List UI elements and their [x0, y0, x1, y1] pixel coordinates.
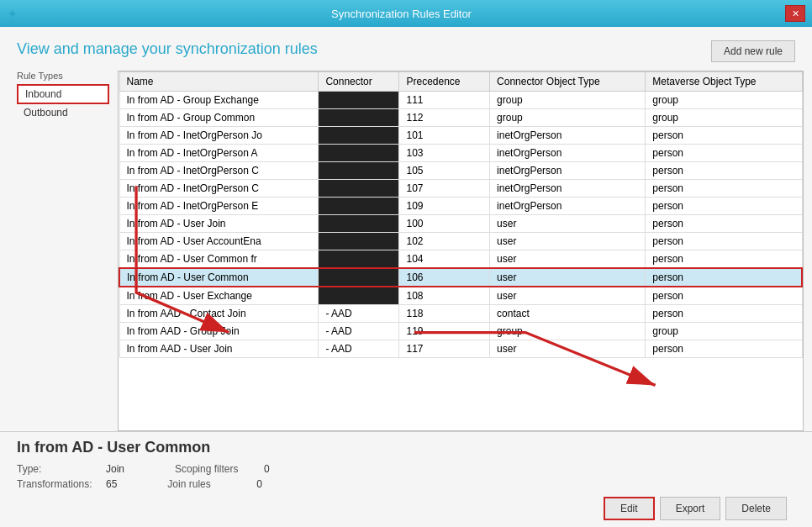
sidebar-item-inbound[interactable]: Inbound — [17, 84, 109, 104]
table-row[interactable]: In from AD - User AccountEna 102userpers… — [119, 233, 802, 250]
cell-connector-object-type: group — [490, 109, 646, 127]
cell-connector-object-type: inetOrgPerson — [490, 145, 646, 162]
table-row[interactable]: In from AD - User Join 100userperson — [119, 215, 802, 233]
export-button[interactable]: Export — [660, 497, 721, 520]
cell-metaverse-object-type: person — [646, 127, 802, 145]
scoping-filters-value: 0 — [264, 463, 270, 475]
window-title: Synchronization Rules Editor — [18, 8, 785, 20]
cell-precedence: 108 — [399, 287, 490, 305]
transformations-label: Transformations: — [17, 478, 92, 490]
join-rules-label: Join rules — [167, 478, 243, 490]
cell-name: In from AD - InetOrgPerson Jo — [119, 127, 319, 145]
cell-metaverse-object-type: person — [646, 145, 802, 162]
cell-connector-object-type: group — [490, 323, 646, 340]
cell-metaverse-object-type: person — [646, 198, 802, 215]
cell-name: In from AD - Group Exchange — [119, 92, 319, 109]
cell-name: In from AD - InetOrgPerson E — [119, 198, 319, 215]
cell-connector: - AAD — [319, 305, 399, 323]
cell-precedence: 101 — [399, 127, 490, 145]
cell-metaverse-object-type: person — [646, 268, 802, 287]
table-row[interactable]: In from AD - Group Common 112groupgroup — [119, 109, 802, 127]
cell-connector-object-type: contact — [490, 305, 646, 323]
cell-connector — [319, 233, 399, 250]
table-row[interactable]: In from AD - InetOrgPerson Jo 101inetOrg… — [119, 127, 802, 145]
cell-connector — [319, 215, 399, 233]
scoping-filters-label: Scoping filters — [175, 463, 250, 475]
app-icon: ✦ — [7, 6, 18, 22]
cell-metaverse-object-type: person — [646, 233, 802, 250]
cell-metaverse-object-type: person — [646, 215, 802, 233]
cell-name: In from AD - User Common — [119, 268, 319, 287]
cell-precedence: 118 — [399, 305, 490, 323]
cell-connector-object-type: user — [490, 250, 646, 269]
cell-name: In from AAD - Group Join — [119, 323, 319, 340]
cell-connector-object-type: user — [490, 215, 646, 233]
col-metaverse-object-type: Metaverse Object Type — [646, 72, 802, 92]
cell-name: In from AD - InetOrgPerson C — [119, 180, 319, 198]
cell-name: In from AD - User AccountEna — [119, 233, 319, 250]
cell-connector-object-type: inetOrgPerson — [490, 198, 646, 215]
cell-metaverse-object-type: person — [646, 340, 802, 358]
cell-connector: - AAD — [319, 340, 399, 358]
add-new-rule-button[interactable]: Add new rule — [711, 40, 795, 62]
transformations-value: 65 — [106, 478, 117, 490]
cell-precedence: 106 — [399, 268, 490, 287]
transformations-info: Transformations: 65 — [17, 478, 117, 490]
cell-precedence: 117 — [399, 340, 490, 358]
delete-button[interactable]: Delete — [725, 497, 787, 520]
cell-name: In from AAD - Contact Join — [119, 305, 319, 323]
cell-metaverse-object-type: person — [646, 180, 802, 198]
cell-connector-object-type: user — [490, 268, 646, 287]
table-row[interactable]: In from AD - InetOrgPerson A 103inetOrgP… — [119, 145, 802, 162]
cell-name: In from AAD - User Join — [119, 340, 319, 358]
table-row[interactable]: In from AD - InetOrgPerson C 107inetOrgP… — [119, 180, 802, 198]
rules-table: Name Connector Precedence Connector Obje… — [119, 71, 803, 358]
col-connector-object-type: Connector Object Type — [490, 72, 646, 92]
cell-connector — [319, 145, 399, 162]
cell-precedence: 112 — [399, 109, 490, 127]
page-title: View and manage your synchronization rul… — [17, 40, 318, 58]
action-buttons: Edit Export Delete — [17, 497, 795, 520]
edit-button[interactable]: Edit — [604, 497, 655, 520]
cell-metaverse-object-type: person — [646, 162, 802, 180]
type-label: Type: — [17, 463, 92, 475]
table-row[interactable]: In from AD - InetOrgPerson E 109inetOrgP… — [119, 198, 802, 215]
selected-rule-name: In from AD - User Common — [17, 439, 795, 456]
cell-connector — [319, 250, 399, 269]
cell-name: In from AD - User Exchange — [119, 287, 319, 305]
cell-connector — [319, 287, 399, 305]
cell-metaverse-object-type: group — [646, 92, 802, 109]
cell-metaverse-object-type: person — [646, 250, 802, 269]
relative-container: Name Connector Precedence Connector Obje… — [118, 71, 804, 431]
cell-connector — [319, 109, 399, 127]
table-row[interactable]: In from AD - User Common 106userperson — [119, 268, 802, 287]
cell-precedence: 100 — [399, 215, 490, 233]
table-row[interactable]: In from AD - InetOrgPerson C 105inetOrgP… — [119, 162, 802, 180]
rules-table-section: Name Connector Precedence Connector Obje… — [118, 71, 804, 431]
col-precedence: Precedence — [399, 72, 490, 92]
cell-name: In from AD - InetOrgPerson C — [119, 162, 319, 180]
cell-metaverse-object-type: person — [646, 287, 802, 305]
table-row[interactable]: In from AAD - User Join- AAD117userperso… — [119, 340, 802, 358]
table-wrapper[interactable]: Name Connector Precedence Connector Obje… — [119, 71, 803, 430]
table-row[interactable]: In from AD - User Common fr 104userperso… — [119, 250, 802, 269]
cell-precedence: 107 — [399, 180, 490, 198]
content-area: Rule Types Inbound Outbound Name — [0, 71, 812, 431]
cell-connector — [319, 127, 399, 145]
close-button[interactable]: ✕ — [785, 5, 805, 22]
cell-connector-object-type: user — [490, 287, 646, 305]
cell-connector — [319, 92, 399, 109]
scoping-filters-info: Scoping filters 0 — [175, 463, 270, 475]
cell-connector — [319, 162, 399, 180]
cell-precedence: 111 — [399, 92, 490, 109]
table-row[interactable]: In from AAD - Group Join- AAD119groupgro… — [119, 323, 802, 340]
cell-metaverse-object-type: group — [646, 109, 802, 127]
cell-connector-object-type: inetOrgPerson — [490, 180, 646, 198]
cell-precedence: 104 — [399, 250, 490, 269]
header-section: View and manage your synchronization rul… — [0, 27, 812, 71]
table-row[interactable]: In from AAD - Contact Join- AAD118contac… — [119, 305, 802, 323]
table-row[interactable]: In from AD - User Exchange 108userperson — [119, 287, 802, 305]
table-row[interactable]: In from AD - Group Exchange 111groupgrou… — [119, 92, 802, 109]
sidebar-item-outbound[interactable]: Outbound — [17, 104, 109, 121]
rule-types-label: Rule Types — [17, 71, 109, 81]
